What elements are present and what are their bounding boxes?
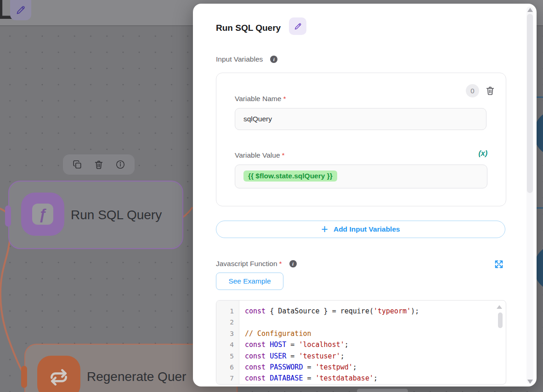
background-element xyxy=(357,389,408,392)
input-variable-card: 0 Variable Name* Variable Value* (x) {{ … xyxy=(216,73,506,206)
copy-icon xyxy=(72,159,82,170)
code-line: 5const USER = 'testuser'; xyxy=(216,351,506,362)
code-line: 4const HOST = 'localhost'; xyxy=(216,339,506,350)
add-input-variables-button[interactable]: + Add Input Variables xyxy=(216,221,505,238)
input-port[interactable] xyxy=(5,205,11,227)
node-toolbar xyxy=(63,154,135,175)
code-line: 1const { DataSource } = require('typeorm… xyxy=(216,306,506,317)
dialog-scroll-down-arrow[interactable] xyxy=(527,380,533,384)
input-port[interactable] xyxy=(21,366,27,388)
template-variable-chip: {{ $flow.state.sqlQuery }} xyxy=(243,170,337,182)
dialog-scroll-up-arrow[interactable] xyxy=(527,8,533,12)
info-icon[interactable]: i xyxy=(270,56,277,63)
code-line: 7const DATABASE = 'testdatabase'; xyxy=(216,373,506,384)
input-variables-label: Input Variables i xyxy=(216,55,277,63)
duplicate-node-button[interactable] xyxy=(71,159,83,170)
function-node-icon: ƒ xyxy=(21,193,64,236)
flow-title-edit-button[interactable] xyxy=(10,0,31,20)
node-label: Regenerate Quer xyxy=(87,345,186,392)
variable-value-label: Variable Value* xyxy=(235,151,285,159)
dialog-scrollbar-thumb[interactable] xyxy=(527,14,533,193)
loop-node-icon xyxy=(37,356,80,392)
variable-name-label: Variable Name* xyxy=(235,95,286,103)
delete-variable-button[interactable] xyxy=(484,85,496,97)
code-lines: 1const { DataSource } = require('typeorm… xyxy=(216,306,506,384)
node-config-dialog: Run SQL Query Input Variables i 0 Variab… xyxy=(193,4,537,386)
variable-name-input[interactable] xyxy=(235,108,486,130)
info-icon xyxy=(115,159,125,170)
expand-icon xyxy=(494,259,504,269)
info-icon[interactable]: i xyxy=(289,260,297,267)
javascript-function-label: Javascript Function* i xyxy=(216,260,297,268)
repeat-icon xyxy=(47,366,70,389)
variable-value-input[interactable]: {{ $flow.state.sqlQuery }} xyxy=(235,165,487,188)
trash-icon xyxy=(485,85,495,96)
rename-node-button[interactable] xyxy=(289,17,306,35)
dialog-title: Run SQL Query xyxy=(216,23,281,33)
node-info-button[interactable] xyxy=(114,159,126,170)
pencil-icon xyxy=(294,22,302,31)
expand-code-editor-button[interactable] xyxy=(494,259,504,269)
node-run-sql-query[interactable]: ƒ Run SQL Query xyxy=(8,181,183,249)
variable-index-badge: 0 xyxy=(466,84,479,97)
background-node-edge xyxy=(537,207,543,209)
trash-icon xyxy=(94,159,104,170)
background-node-edge xyxy=(537,97,543,98)
pencil-icon xyxy=(15,5,26,16)
delete-node-button[interactable] xyxy=(93,159,105,170)
see-example-button[interactable]: See Example xyxy=(216,273,283,290)
editor-scroll-up-arrow[interactable] xyxy=(497,305,502,309)
code-line: 3// Configuration xyxy=(216,328,506,339)
code-line: 6const PASSWORD = 'testpwd'; xyxy=(216,362,506,373)
editor-scrollbar-thumb[interactable] xyxy=(498,312,503,328)
code-line: 2 xyxy=(216,317,506,328)
node-label: Run SQL Query xyxy=(71,182,162,248)
code-editor[interactable]: 1const { DataSource } = require('typeorm… xyxy=(216,300,506,385)
variable-shortcut-button[interactable]: (x) xyxy=(478,149,487,158)
